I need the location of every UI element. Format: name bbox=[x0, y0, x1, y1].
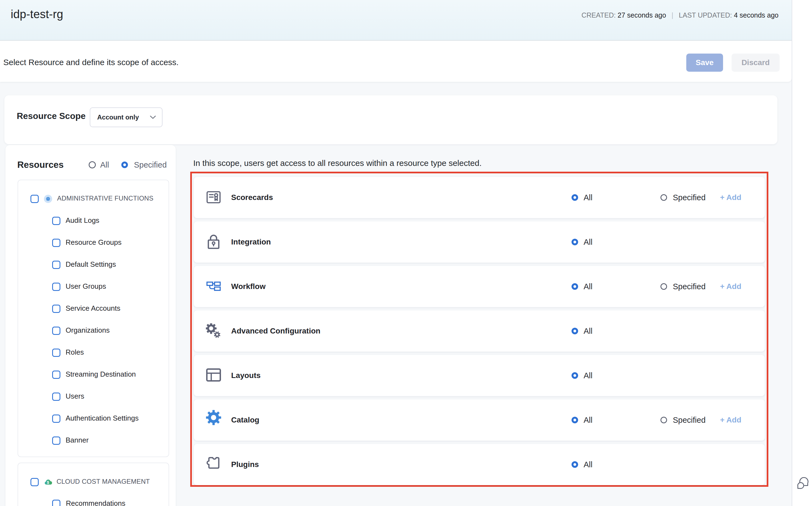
svg-text:$: $ bbox=[47, 480, 49, 485]
